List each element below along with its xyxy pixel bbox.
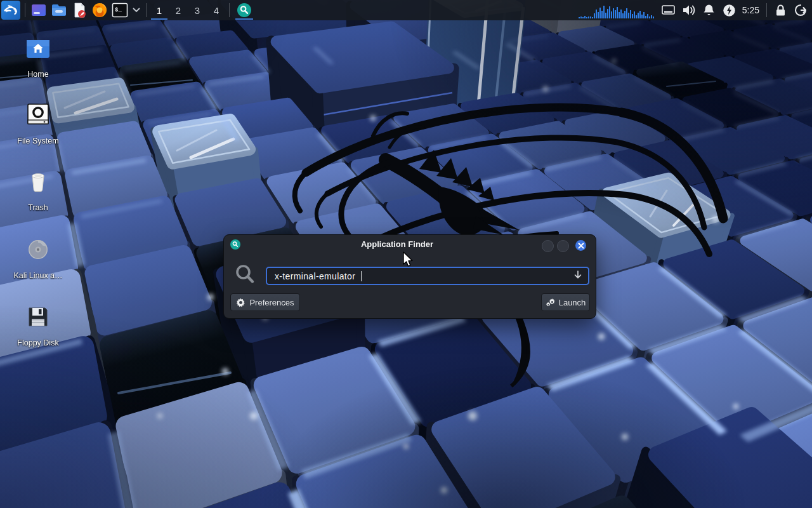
svg-text:$_: $_ — [115, 7, 122, 13]
